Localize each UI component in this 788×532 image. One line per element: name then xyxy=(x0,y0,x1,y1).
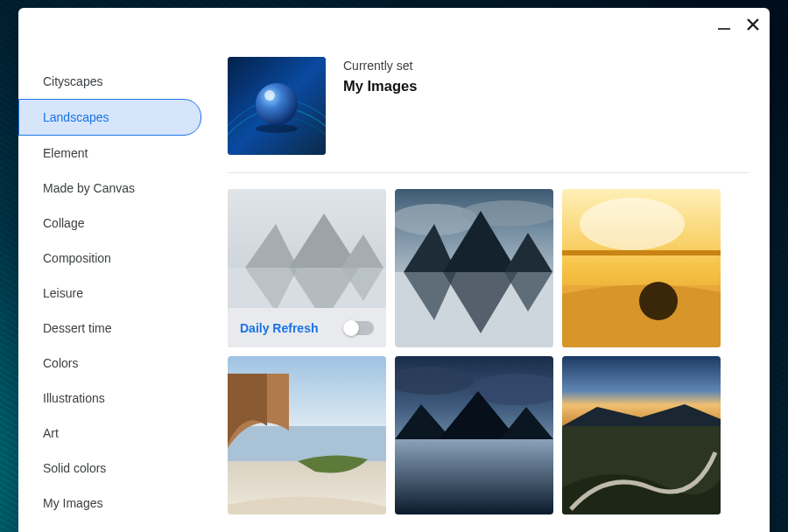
sidebar-item-illustrations[interactable]: Illustrations xyxy=(18,381,201,416)
wallpaper-tile[interactable] xyxy=(395,189,553,347)
svg-rect-38 xyxy=(395,439,553,514)
golden-beach-icon xyxy=(562,189,721,347)
wallpaper-tile[interactable] xyxy=(228,356,386,514)
toggle-knob xyxy=(343,320,359,336)
sidebar-item-label: Colors xyxy=(43,356,78,370)
sidebar-item-label: Leisure xyxy=(43,286,83,300)
sidebar-item-leisure[interactable]: Leisure xyxy=(18,276,201,311)
sidebar-item-label: Made by Canvas xyxy=(43,181,135,195)
sidebar-item-label: Dessert time xyxy=(43,321,112,335)
wallpaper-tile[interactable] xyxy=(395,356,553,514)
sidebar-item-solid-colors[interactable]: Solid colors xyxy=(18,451,201,486)
daily-refresh-tile[interactable]: Daily Refresh xyxy=(228,189,386,347)
sidebar-item-label: Illustrations xyxy=(43,391,105,405)
sidebar-item-label: My Images xyxy=(43,496,102,510)
wallpaper-picker-window: Cityscapes Landscapes Element Made by Ca… xyxy=(18,8,770,532)
sidebar-item-colors[interactable]: Colors xyxy=(18,346,201,381)
sidebar-item-label: Collage xyxy=(43,216,84,230)
currently-set-eyebrow: Currently set xyxy=(343,59,417,73)
sidebar-item-label: Element xyxy=(43,146,88,160)
svg-point-5 xyxy=(264,90,275,101)
sidebar-item-made-by-canvas[interactable]: Made by Canvas xyxy=(18,171,201,206)
sidebar-item-label: Cityscapes xyxy=(43,74,102,88)
sidebar-item-landscapes[interactable]: Landscapes xyxy=(18,99,201,136)
winding-road-icon xyxy=(562,356,721,514)
svg-rect-30 xyxy=(228,426,386,461)
mountain-overcast-icon xyxy=(395,189,553,347)
dark-lake-icon xyxy=(395,356,553,514)
wallpaper-tile[interactable] xyxy=(562,189,721,347)
svg-point-3 xyxy=(256,124,298,133)
category-sidebar: Cityscapes Landscapes Element Made by Ca… xyxy=(18,52,207,532)
current-wallpaper-thumb[interactable] xyxy=(228,57,326,155)
daily-refresh-toggle[interactable] xyxy=(344,321,374,335)
window-controls xyxy=(715,15,763,34)
current-wallpaper-header: Currently set My Images xyxy=(228,57,749,173)
sidebar-item-art[interactable]: Art xyxy=(18,416,201,451)
minimize-icon xyxy=(718,28,730,30)
daily-refresh-label: Daily Refresh xyxy=(240,321,335,335)
close-button[interactable] xyxy=(743,15,763,34)
rocky-shore-icon xyxy=(228,356,386,514)
currently-set-title: My Images xyxy=(343,78,417,94)
sidebar-item-cityscapes[interactable]: Cityscapes xyxy=(18,64,201,99)
sidebar-item-label: Solid colors xyxy=(43,461,106,475)
minimize-button[interactable] xyxy=(715,16,733,33)
svg-point-28 xyxy=(580,198,685,250)
sidebar-item-composition[interactable]: Composition xyxy=(18,241,201,276)
svg-point-4 xyxy=(256,83,298,125)
sidebar-item-dessert-time[interactable]: Dessert time xyxy=(18,311,201,346)
sidebar-item-label: Composition xyxy=(43,251,111,265)
wallpaper-tile[interactable] xyxy=(562,356,721,514)
current-wallpaper-label: Currently set My Images xyxy=(343,57,417,94)
sidebar-item-label: Art xyxy=(43,426,59,440)
sidebar-item-my-images[interactable]: My Images xyxy=(18,486,201,521)
daily-refresh-bar: Daily Refresh xyxy=(228,308,386,347)
main-pane: Currently set My Images xyxy=(207,52,770,532)
sidebar-item-label: Landscapes xyxy=(43,110,109,124)
svg-point-27 xyxy=(639,282,678,320)
sidebar-item-element[interactable]: Element xyxy=(18,136,201,171)
sidebar-item-collage[interactable]: Collage xyxy=(18,206,201,241)
svg-rect-25 xyxy=(562,250,721,256)
close-icon xyxy=(746,18,760,32)
water-drop-icon xyxy=(228,57,326,155)
wallpaper-grid: Daily Refresh xyxy=(228,173,749,514)
